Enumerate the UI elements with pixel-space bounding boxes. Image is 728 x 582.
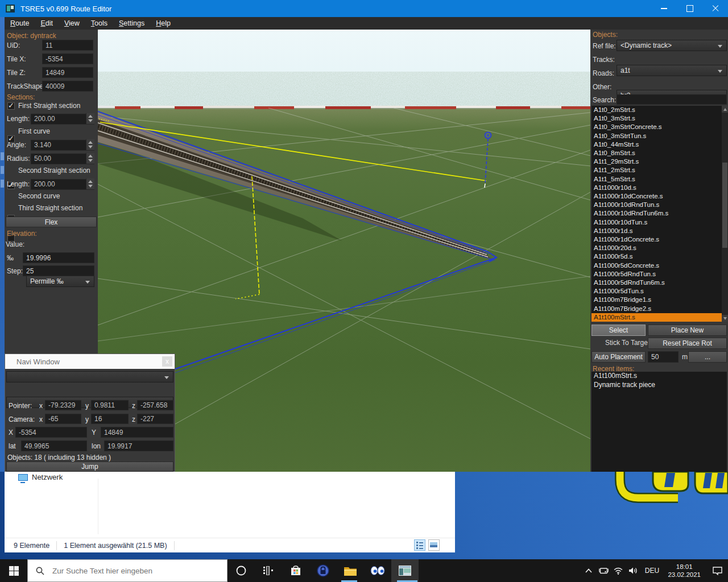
object-list-item[interactable]: A1t1_29mStrt.s — [592, 157, 727, 166]
recent-item[interactable]: Dynamic track piece — [592, 381, 727, 390]
object-list-item[interactable]: A1t1000r10dTun.s — [592, 218, 727, 227]
tilex-field[interactable] — [42, 53, 93, 64]
maximize-button[interactable] — [677, 0, 702, 17]
pointer-y-field[interactable] — [91, 400, 129, 410]
uid-field[interactable] — [42, 40, 93, 51]
object-list-item[interactable]: A1t1000r1dConcrete.s — [592, 235, 727, 244]
object-list-item[interactable]: A1t0_44mStrt.s — [592, 140, 727, 149]
length1-spinbox[interactable] — [31, 113, 94, 124]
first-straight-checkbox[interactable] — [7, 102, 15, 110]
tray-display-button[interactable] — [596, 559, 611, 582]
tray-wifi-button[interactable] — [611, 559, 626, 582]
menu-route[interactable]: Route — [5, 18, 35, 29]
object-list-item[interactable]: A1t0_3mStrtTun.s — [592, 132, 727, 140]
permille-field[interactable] — [23, 252, 94, 263]
start-button[interactable] — [0, 559, 27, 582]
lon-field[interactable] — [104, 440, 173, 451]
navi-close-button[interactable]: x — [162, 356, 172, 367]
reset-place-rot-button[interactable]: Reset Place Rot — [648, 338, 727, 349]
thumbnail-view-icon[interactable] — [428, 539, 440, 551]
tile-y-field[interactable] — [101, 427, 173, 438]
length1-field[interactable] — [31, 114, 94, 124]
taskbar-search-input[interactable] — [51, 566, 207, 576]
object-list-item[interactable]: A1t0_3mStrtConcrete.s — [592, 123, 727, 131]
radius-spinbox[interactable] — [31, 153, 94, 164]
store-button[interactable] — [282, 559, 309, 582]
file-explorer-button[interactable] — [337, 559, 364, 582]
object-list-item[interactable]: A1t1000r5dRndTun.s — [592, 270, 727, 278]
search-input[interactable] — [617, 94, 727, 105]
taskbar-search-box[interactable] — [27, 559, 228, 582]
more-options-button[interactable]: ... — [688, 351, 727, 363]
tray-expand-button[interactable] — [581, 559, 596, 582]
object-list-item[interactable]: A1t1000r10d.s — [592, 184, 727, 192]
menu-settings[interactable]: Settings — [113, 18, 150, 29]
tracks-dropdown[interactable]: a1t — [617, 65, 727, 76]
object-list-scrollbar[interactable] — [722, 106, 728, 322]
object-list-item[interactable]: A1t1000r5dRndTun6m.s — [592, 278, 727, 287]
flex-button[interactable]: Flex — [6, 217, 97, 227]
jump-button[interactable]: Jump — [6, 462, 173, 472]
close-button[interactable] — [702, 0, 728, 17]
titlebar[interactable]: TSRE5 v0.699 Route Editor — [0, 0, 728, 17]
object-list-item[interactable]: A1t100mStrt.s — [592, 313, 727, 322]
length2-field[interactable] — [31, 179, 94, 190]
object-list-item[interactable]: A1t100m7Bridge2.s — [592, 305, 727, 313]
recent-item[interactable]: A1t100mStrt.s — [592, 372, 727, 381]
camera-z-field[interactable] — [137, 414, 173, 424]
angle-spinbox[interactable] — [31, 139, 94, 150]
object-list-item[interactable]: A1t100m7Bridge1.s — [592, 296, 727, 304]
object-list-item[interactable]: A1t1000r5dTun.s — [592, 287, 727, 296]
length2-spinner[interactable] — [86, 178, 94, 189]
angle-field[interactable] — [31, 140, 94, 151]
auto-placement-button[interactable]: Auto Placement — [592, 351, 646, 363]
radius-spinner[interactable] — [86, 153, 94, 164]
angle-spinner[interactable] — [86, 139, 94, 150]
pointer-z-field[interactable] — [137, 400, 173, 410]
menu-view[interactable]: View — [59, 18, 85, 29]
navi-titlebar[interactable]: Navi Window — [5, 354, 175, 369]
eyes-app-button[interactable] — [364, 559, 391, 582]
camera-y-field[interactable] — [91, 414, 129, 424]
object-list-item[interactable]: A1t1000r1d.s — [592, 227, 727, 235]
select-button[interactable]: Select — [592, 325, 646, 336]
place-new-button[interactable]: Place New — [648, 325, 727, 336]
length2-spinbox[interactable] — [31, 178, 94, 189]
object-list-item[interactable]: A1t1000r10dRndTun.s — [592, 201, 727, 209]
object-list-item[interactable]: A1t0_3mStrt.s — [592, 114, 727, 123]
taskbar-clock[interactable]: 18:01 23.02.2021 — [668, 563, 701, 579]
object-list-item[interactable]: A1t1000r10dRndTun6m.s — [592, 209, 727, 218]
tsre-app-button[interactable] — [391, 559, 419, 582]
tile-x-field[interactable] — [15, 427, 87, 438]
trackshape-field[interactable] — [42, 81, 93, 92]
elevation-mode-dropdown[interactable]: Permille ‰ — [26, 276, 94, 287]
tray-volume-button[interactable] — [626, 559, 642, 582]
scroll-down-icon[interactable] — [722, 315, 728, 322]
object-list-item[interactable]: A1t1000r5dConcrete.s — [592, 261, 727, 270]
length1-spinner[interactable] — [86, 113, 94, 124]
object-list-item[interactable]: A1t0_2mStrt.s — [592, 106, 727, 114]
step-field[interactable] — [23, 265, 94, 276]
auto-distance-field[interactable] — [648, 351, 679, 363]
radius-field[interactable] — [31, 153, 94, 164]
object-list-item[interactable]: A1t1_2mStrt.s — [592, 166, 727, 174]
object-list-item[interactable]: A1t1000r20d.s — [592, 244, 727, 252]
explorer-window[interactable]: Netzwerk 9 Elemente 1 Element ausgewählt… — [5, 472, 455, 552]
menu-help[interactable]: Help — [150, 18, 176, 29]
details-view-icon[interactable] — [414, 539, 425, 551]
task-view-button[interactable] — [255, 559, 282, 582]
navi-window[interactable]: Navi Window x Pointer: x y z Camera: x y… — [5, 354, 175, 472]
scroll-up-icon[interactable] — [722, 106, 728, 113]
scrollbar-thumb[interactable] — [722, 163, 727, 248]
lat-field[interactable] — [21, 440, 87, 451]
action-center-button[interactable] — [706, 559, 728, 582]
minimize-button[interactable] — [651, 0, 677, 17]
object-list-item[interactable]: A1t1000r10dConcrete.s — [592, 192, 727, 201]
reffile-dropdown[interactable]: <Dynamic track> — [617, 40, 727, 51]
explorer-item-netzwerk[interactable]: Netzwerk — [32, 473, 63, 481]
object-list-item[interactable]: A1t0_8mStrt.s — [592, 149, 727, 157]
cortana-button[interactable] — [228, 559, 255, 582]
pointer-x-field[interactable] — [45, 400, 81, 410]
camera-x-field[interactable] — [45, 414, 81, 424]
menu-edit[interactable]: Edit — [35, 18, 59, 29]
